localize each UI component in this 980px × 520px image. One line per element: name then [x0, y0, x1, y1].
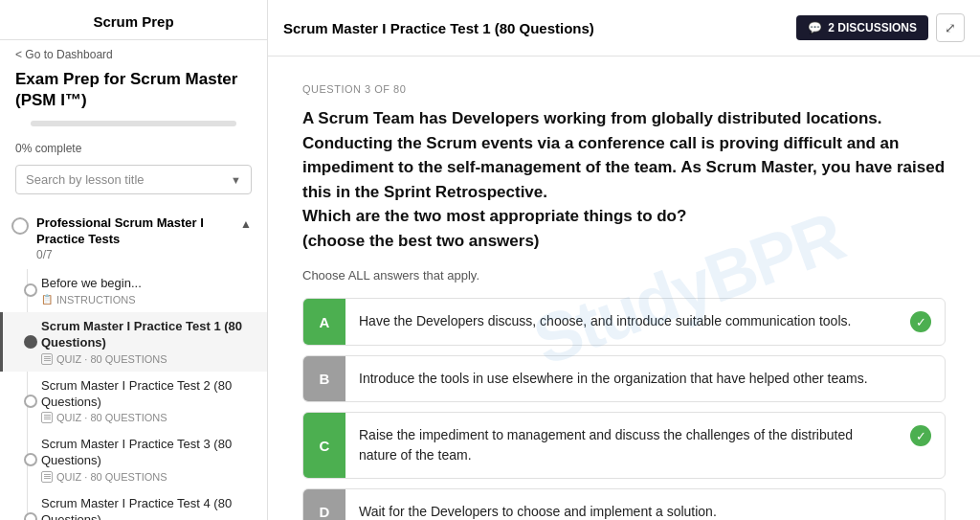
answer-option-b[interactable]: B Introduce the tools in use elsewhere i…	[302, 355, 946, 402]
answer-text-a: Have the Developers discuss, choose, and…	[345, 299, 897, 344]
lesson-item-test2[interactable]: Scrum Master I Practice Test 2 (80 Quest…	[0, 372, 267, 431]
choose-label: Choose ALL answers that apply.	[302, 268, 946, 283]
lesson-dot-test4	[24, 512, 37, 520]
answer-check-c: ✓	[897, 413, 945, 459]
instructions-icon: 📋	[41, 294, 53, 305]
search-dropdown[interactable]: Search by lesson title ▼	[15, 165, 252, 194]
lesson-item-test4[interactable]: Scrum Master I Practice Test 4 (80 Quest…	[0, 489, 267, 520]
answer-option-a[interactable]: A Have the Developers discuss, choose, a…	[302, 298, 946, 346]
answer-letter-a: A	[303, 299, 345, 345]
discussions-label: 2 DISCUSSIONS	[828, 21, 917, 34]
question-number: QUESTION 3 OF 80	[302, 83, 946, 95]
lesson-sub-test1: QUIZ · 80 QUESTIONS	[41, 353, 252, 365]
lesson-title-test3: Scrum Master I Practice Test 3 (80 Quest…	[41, 437, 252, 469]
chevron-up-icon: ▲	[240, 217, 252, 231]
answer-check-a: ✓	[897, 299, 945, 345]
chevron-down-icon: ▼	[231, 174, 241, 186]
progress-text: 0% complete	[0, 142, 267, 165]
lesson-items-list: Before we begin... 📋 INSTRUCTIONS Scrum …	[0, 269, 267, 520]
answer-text-b: Introduce the tools in use elsewhere in …	[345, 356, 945, 401]
lesson-item-test1[interactable]: Scrum Master I Practice Test 1 (80 Quest…	[0, 312, 267, 372]
answer-letter-d: D	[303, 489, 345, 520]
answer-text-d: Wait for the Developers to choose and im…	[345, 489, 945, 520]
discussions-button[interactable]: 💬 2 DISCUSSIONS	[796, 15, 928, 40]
lesson-sub-before: 📋 INSTRUCTIONS	[41, 294, 252, 305]
expand-button[interactable]: ⤢	[936, 13, 965, 42]
progress-bar-container	[31, 121, 236, 126]
lesson-dot-test3	[24, 453, 37, 466]
sidebar: Scrum Prep < Go to Dashboard Exam Prep f…	[0, 0, 268, 520]
lesson-dot-test1	[24, 335, 37, 349]
answer-letter-c: C	[303, 413, 345, 478]
lesson-group-circle	[11, 217, 29, 235]
comment-icon: 💬	[808, 21, 822, 34]
lesson-title-test1: Scrum Master I Practice Test 1 (80 Quest…	[41, 319, 252, 351]
go-to-dashboard-link[interactable]: < Go to Dashboard	[0, 40, 267, 65]
lesson-group-info: Professional Scrum Master I Practice Tes…	[36, 215, 233, 261]
header-actions: 💬 2 DISCUSSIONS ⤢	[796, 13, 965, 42]
lesson-item-test3[interactable]: Scrum Master I Practice Test 3 (80 Quest…	[0, 430, 267, 489]
sidebar-title: Scrum Prep	[0, 0, 267, 40]
question-text: A Scrum Team has Developers working from…	[302, 106, 946, 253]
exam-title: Exam Prep for Scrum Master (PSM I™)	[0, 65, 267, 121]
quiz-icon-test3	[41, 471, 53, 483]
answer-letter-b: B	[303, 356, 345, 401]
answer-option-d[interactable]: D Wait for the Developers to choose and …	[302, 488, 946, 520]
lesson-item-before[interactable]: Before we begin... 📋 INSTRUCTIONS	[0, 269, 267, 312]
answer-text-c: Raise the impediment to management and d…	[345, 413, 897, 478]
quiz-icon-test1	[41, 353, 53, 365]
lesson-sub-test3: QUIZ · 80 QUESTIONS	[41, 471, 252, 483]
search-dropdown-label: Search by lesson title	[26, 172, 145, 187]
content-area: StudyBPR QUESTION 3 OF 80 A Scrum Team h…	[268, 57, 980, 520]
quiz-icon-test2	[41, 412, 53, 423]
lesson-dot-before	[24, 283, 37, 297]
check-icon-c: ✓	[910, 425, 931, 446]
expand-icon: ⤢	[945, 20, 956, 35]
lesson-group: Professional Scrum Master I Practice Tes…	[0, 208, 267, 520]
lesson-title-test2: Scrum Master I Practice Test 2 (80 Quest…	[41, 378, 252, 411]
lesson-group-title: Professional Scrum Master I Practice Tes…	[36, 215, 233, 248]
check-icon-a: ✓	[910, 311, 931, 332]
main-content: Scrum Master I Practice Test 1 (80 Quest…	[268, 0, 980, 520]
test-title: Scrum Master I Practice Test 1 (80 Quest…	[283, 20, 594, 36]
lesson-group-count: 0/7	[36, 248, 233, 261]
lesson-group-header[interactable]: Professional Scrum Master I Practice Tes…	[0, 208, 267, 269]
answer-option-c[interactable]: C Raise the impediment to management and…	[302, 412, 946, 479]
lesson-sub-test2: QUIZ · 80 QUESTIONS	[41, 412, 252, 423]
lesson-dot-test2	[24, 395, 37, 408]
lesson-title-before: Before we begin...	[41, 276, 252, 292]
lesson-title-test4: Scrum Master I Practice Test 4 (80 Quest…	[41, 496, 252, 520]
main-header: Scrum Master I Practice Test 1 (80 Quest…	[268, 0, 980, 57]
